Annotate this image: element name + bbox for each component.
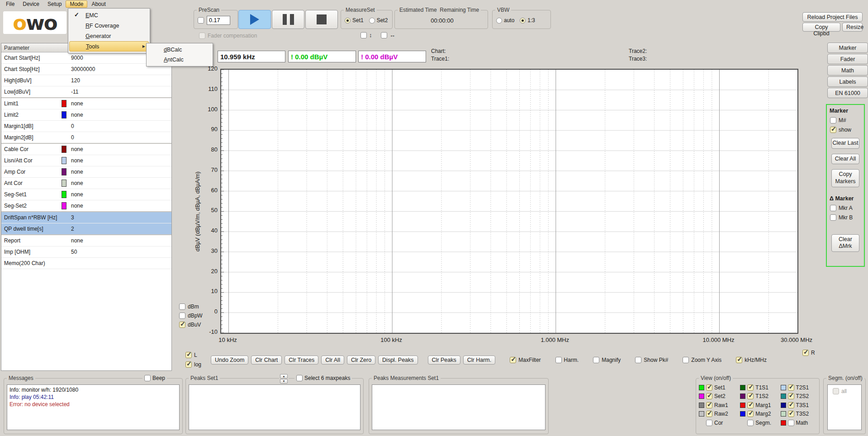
clear-last-button[interactable]: Clear Last: [831, 138, 859, 149]
menu-device[interactable]: Device: [19, 0, 43, 8]
clr-harm-button[interactable]: Clr Harm.: [463, 355, 495, 365]
log-axis-toggle[interactable]: ✓ log: [185, 361, 201, 368]
view-checkbox-cor[interactable]: ✓: [706, 420, 712, 426]
unit-checkbox-dbuv[interactable]: ✓: [179, 322, 185, 328]
view-toggle-t1s2[interactable]: ✓T1S2: [740, 392, 780, 401]
param-row-high-dbuv[interactable]: High[dBuV]120: [1, 75, 171, 86]
param-value[interactable]: 3: [68, 214, 171, 221]
clr-zero-button[interactable]: Clr Zero: [347, 355, 375, 365]
view-toggle-t3s1[interactable]: ✓T3S1: [781, 401, 817, 410]
beep-toggle[interactable]: ✓ Beep: [142, 375, 167, 381]
view-toggle-t2s2[interactable]: ✓T2S2: [781, 392, 817, 401]
left-axis-toggle[interactable]: ✓ L: [185, 352, 197, 358]
view-checkbox-raw1[interactable]: ✓: [706, 402, 712, 408]
param-row-limit1[interactable]: Limit1none: [1, 98, 171, 109]
toggle-checkbox-show-pk[interactable]: ✓: [635, 357, 641, 363]
tab-labels[interactable]: Labels: [827, 76, 868, 87]
param-value[interactable]: none: [68, 191, 171, 198]
peaks-measurements-list[interactable]: [372, 384, 545, 430]
marker-checkbox-mkr-a[interactable]: ✓: [830, 205, 836, 211]
unit-toggle-dbpw[interactable]: ✓dBpW: [179, 313, 203, 319]
marker-toggle-m[interactable]: ✓M#: [830, 117, 864, 123]
displ-peaks-button[interactable]: Displ. Peaks: [378, 355, 417, 365]
undo-zoom-button[interactable]: Undo Zoom: [211, 355, 248, 365]
resize-button[interactable]: Resize: [842, 23, 863, 32]
param-row-driftspan-n-rbw-hz[interactable]: DriftSpan n*RBW [Hz]3: [1, 212, 171, 223]
toggle-checkbox-magnify[interactable]: ✓: [593, 357, 599, 363]
param-value[interactable]: 2: [68, 226, 171, 232]
view-checkbox-math[interactable]: ✓: [788, 420, 794, 426]
clr-traces-button[interactable]: Clr Traces: [285, 355, 318, 365]
spectrum-plot[interactable]: [220, 69, 798, 334]
right-axis-toggle[interactable]: ✓ R: [802, 350, 815, 356]
clear-all-button[interactable]: Clear All: [831, 154, 859, 165]
param-value[interactable]: none: [68, 112, 171, 118]
prescan-checkbox[interactable]: ✓: [198, 17, 204, 24]
param-value[interactable]: none: [68, 146, 171, 152]
radio-auto-button[interactable]: [496, 18, 502, 24]
param-value[interactable]: 120: [68, 77, 171, 84]
view-toggle-segm[interactable]: ✓Segm.: [740, 418, 780, 427]
pause-button[interactable]: [272, 10, 304, 29]
select-maxpeaks-toggle[interactable]: ✓ Select 6 maxpeaks: [294, 375, 352, 381]
param-value[interactable]: 0: [68, 123, 171, 129]
tab-en-61000[interactable]: EN 61000: [827, 88, 868, 98]
view-toggle-math[interactable]: ✓Math: [781, 418, 817, 427]
clr-all-button[interactable]: Clr All: [321, 355, 344, 365]
menu-mode[interactable]: Mode: [66, 0, 87, 8]
peaks-set1-list[interactable]: [189, 384, 360, 430]
view-toggle-raw2[interactable]: ✓Raw2: [699, 410, 740, 419]
param-value[interactable]: none: [68, 169, 171, 175]
view-checkbox-marg1[interactable]: ✓: [747, 402, 754, 408]
spinner-down-button[interactable]: ▼: [280, 379, 288, 384]
param-row-cable-cor[interactable]: Cable Cornone: [1, 144, 171, 155]
radio-set2[interactable]: Set2: [369, 17, 388, 24]
radio-set2-button[interactable]: [369, 18, 375, 24]
param-row-ant-cor[interactable]: Ant Cornone: [1, 178, 171, 189]
param-row-amp-cor[interactable]: Amp Cornone: [1, 166, 171, 178]
select-maxpeaks-checkbox[interactable]: ✓: [296, 375, 303, 381]
radio-1-3-button[interactable]: [520, 18, 526, 24]
param-row-limit2[interactable]: Limit2none: [1, 109, 171, 121]
view-toggle-t2s1[interactable]: ✓T2S1: [781, 383, 817, 392]
unit-toggle-dbuv[interactable]: ✓dBuV: [179, 322, 203, 328]
fit-vertical-toggle[interactable]: ✓ ↕: [360, 32, 372, 38]
submenu-item-dbcalc[interactable]: dBCalc: [147, 45, 212, 55]
toggle-show-pk[interactable]: ✓Show Pk#: [635, 357, 668, 363]
param-row-margin1-db[interactable]: Margin1[dB]0: [1, 121, 171, 132]
view-toggle-set2[interactable]: ✓Set2: [699, 392, 740, 401]
marker-toggle-mkr-b[interactable]: ✓Mkr B: [830, 214, 864, 221]
view-toggle-t3s2[interactable]: ✓T3S2: [781, 410, 817, 419]
tab-marker[interactable]: Marker: [827, 43, 868, 53]
copy-markers-button[interactable]: Copy Markers: [831, 169, 859, 187]
menu-item-rf-coverage[interactable]: RF Coverage: [69, 20, 149, 31]
toggle-magnify[interactable]: ✓Magnify: [593, 357, 621, 363]
menu-item-emc[interactable]: ✓EMC: [69, 10, 149, 20]
toggle-checkbox-maxfilter[interactable]: ✓: [510, 357, 516, 363]
toggle-khz-mhz[interactable]: ✓kHz/MHz: [736, 357, 767, 363]
param-value[interactable]: 30000000: [68, 66, 171, 72]
log-axis-checkbox[interactable]: ✓: [185, 361, 192, 368]
toggle-checkbox-harm[interactable]: ✓: [555, 357, 562, 363]
view-checkbox-t1s2[interactable]: ✓: [747, 393, 754, 399]
fit-vertical-checkbox[interactable]: ✓: [360, 32, 367, 38]
submenu-item-antcalc[interactable]: AntCalc: [147, 55, 212, 65]
prescan-input[interactable]: [207, 16, 230, 25]
marker-toggle-show[interactable]: ✓show: [830, 127, 864, 133]
unit-checkbox-dbpw[interactable]: ✓: [179, 313, 185, 319]
menu-item-tools[interactable]: Tools▶: [69, 41, 149, 52]
view-checkbox-set1[interactable]: ✓: [706, 384, 712, 391]
param-row-qp-dwell-time-s[interactable]: QP dwell time[s]2: [1, 223, 171, 235]
param-row-memo-200-char[interactable]: Memo(200 Char): [1, 258, 171, 269]
param-row-lisn-att-cor[interactable]: Lisn/Att Cornone: [1, 155, 171, 166]
view-toggle-t1s1[interactable]: ✓T1S1: [740, 383, 780, 392]
marker-checkbox-mkr-b[interactable]: ✓: [830, 214, 836, 221]
segm-list[interactable]: ✓ all: [827, 384, 862, 430]
view-checkbox-t2s1[interactable]: ✓: [788, 384, 794, 391]
menu-file[interactable]: File: [2, 0, 19, 8]
param-value[interactable]: none: [68, 157, 171, 164]
param-value[interactable]: none: [68, 100, 171, 107]
unit-toggle-dbm[interactable]: ✓dBm: [179, 303, 203, 310]
fit-horizontal-toggle[interactable]: ✓ ↔: [381, 32, 395, 38]
param-row-margin2-db[interactable]: Margin2[dB]0: [1, 132, 171, 144]
